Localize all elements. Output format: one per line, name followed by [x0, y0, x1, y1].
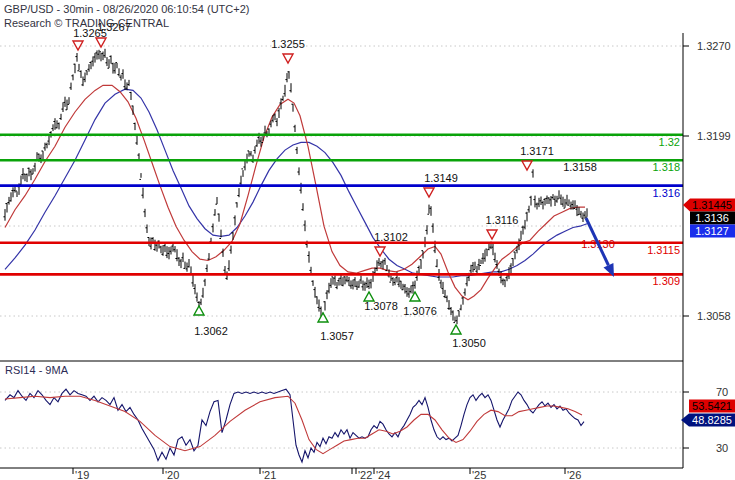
date-label: '25 — [472, 469, 486, 480]
level-label: 1.318 — [652, 161, 680, 173]
price-badge-text: 1.31445 — [692, 199, 732, 211]
resistance-label: 1.3171 — [520, 145, 554, 157]
ma-slow-line — [5, 89, 587, 277]
level-label: 1.316 — [652, 187, 680, 199]
rsi-tick-label: 30 — [716, 442, 728, 454]
resistance-marker — [424, 188, 434, 197]
resistance-marker — [522, 161, 532, 170]
support-label: 1.3076 — [403, 305, 437, 317]
support-label: 1.3062 — [194, 325, 228, 337]
support-marker — [364, 292, 374, 301]
level-label: 1.309 — [652, 275, 680, 287]
support-marker — [451, 325, 461, 334]
price-badge-text: 1.3136 — [695, 212, 729, 224]
date-label: '19 — [75, 469, 89, 480]
resistance-label: 1.3255 — [271, 38, 305, 50]
resistance-label: 1.3102 — [374, 231, 408, 243]
date-label: '20 — [165, 469, 179, 480]
level-label: 1.3115 — [647, 244, 680, 256]
price-annotation: 1.3158 — [563, 161, 597, 173]
trading-chart-window: GBP/USD - 30min - 08/26/2020 06:10:54 (U… — [0, 0, 735, 480]
rsi-badge-text: 53.5421 — [692, 400, 732, 412]
price-chart-svg: 1.321.3181.3161.31151.3091.32651.32671.3… — [0, 0, 735, 480]
rsi-tick-label: 70 — [716, 386, 728, 398]
date-label: '22 — [358, 469, 372, 480]
level-label: 1.32 — [659, 136, 680, 148]
resistance-marker — [487, 230, 497, 239]
rsi-line — [5, 389, 584, 462]
price-tick-label: 1.3199 — [697, 130, 731, 142]
date-label: '26 — [567, 469, 581, 480]
resistance-marker — [283, 54, 293, 63]
rsi-badge-text: 48.8285 — [692, 414, 732, 426]
resistance-label: 1.3149 — [424, 172, 458, 184]
date-label: '24 — [376, 469, 390, 480]
resistance-label: 1.3267 — [97, 21, 131, 33]
support-label: 1.3057 — [320, 330, 354, 342]
support-label: 1.3050 — [452, 337, 486, 349]
price-tick-label: 1.3058 — [697, 310, 731, 322]
support-label: 1.3078 — [364, 300, 398, 312]
resistance-label: 1.3116 — [486, 214, 519, 226]
price-badge-text: 1.3127 — [695, 225, 729, 237]
price-tick-label: 1.3270 — [697, 40, 731, 52]
ma-fast-line — [5, 85, 585, 299]
support-marker — [194, 306, 204, 315]
support-marker — [318, 313, 328, 322]
date-label: '21 — [262, 469, 276, 480]
